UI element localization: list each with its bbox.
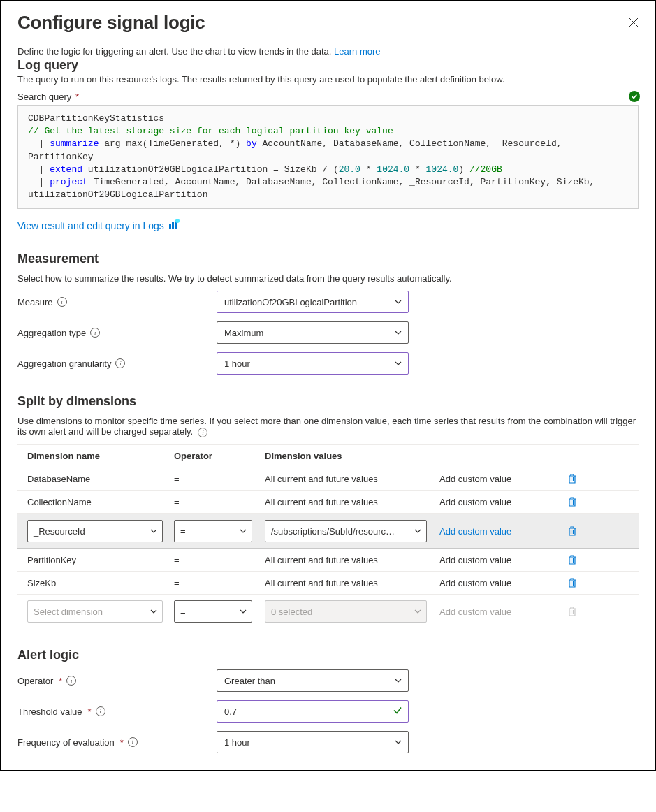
threshold-input[interactable]: 0.7 [217,700,409,723]
search-query-label-text: Search query [17,92,71,102]
dim-val: All current and future values [265,474,439,484]
info-icon[interactable]: i [96,706,105,716]
dimension-values-select[interactable]: /subscriptions/SubId/resourc… [265,520,427,542]
page-title: Configure signal logic [17,12,205,34]
view-result-link[interactable]: View result and edit query in Logs [17,220,164,231]
dimension-name-select[interactable]: Select dimension [27,600,163,623]
chevron-down-icon [414,607,422,616]
chevron-down-icon [394,298,402,306]
required-asterisk: * [120,737,124,748]
table-row: PartitionKey = All current and future va… [17,549,639,572]
svg-rect-0 [169,224,171,229]
aggregation-granularity-value: 1 hour [224,358,250,369]
add-custom-value[interactable]: Add custom value [439,526,558,537]
info-icon[interactable]: i [57,297,67,307]
table-header-row: Dimension name Operator Dimension values [17,445,639,467]
chevron-down-icon [150,527,158,535]
search-query-label: Search query * [17,92,639,102]
aggregation-type-value: Maximum [224,328,263,338]
chevron-down-icon [414,527,422,535]
intro-text-span: Define the logic for triggering an alert… [17,46,334,57]
measurement-heading: Measurement [17,252,639,266]
logs-icon [168,219,180,232]
svg-point-3 [175,219,180,223]
dim-val: All current and future values [265,578,439,588]
dim-name: SizeKb [27,578,174,588]
dim-val: /subscriptions/SubId/resourc… [271,526,395,537]
col-dimension-name: Dimension name [27,451,174,461]
dimension-values-select[interactable]: 0 selected [265,600,427,623]
add-custom-value[interactable]: Add custom value [439,555,558,565]
measurement-desc: Select how to summarize the results. We … [17,273,639,284]
search-query-input[interactable]: CDBPartitionKeyStatistics // Get the lat… [17,105,639,209]
split-desc: Use dimensions to monitor specific time … [17,416,639,437]
info-icon[interactable]: i [66,676,76,686]
aggregation-granularity-select[interactable]: 1 hour [217,352,409,375]
split-heading: Split by dimensions [17,394,639,409]
trash-icon [558,606,586,617]
required-asterisk: * [59,676,62,686]
info-icon[interactable]: i [115,358,125,368]
frequency-label: Frequency of evaluation [17,737,115,748]
table-row: _ResourceId = /subscriptions/SubId/resou… [17,514,639,549]
chevron-down-icon [150,607,158,616]
dim-op: = [174,474,265,484]
operator-select[interactable]: Greater than [217,669,409,692]
dimension-operator-select[interactable]: = [174,520,252,542]
measure-label: Measure [17,297,53,307]
trash-icon[interactable] [558,496,586,507]
add-custom-value: Add custom value [439,607,558,617]
info-icon[interactable]: i [90,328,100,338]
close-icon[interactable] [629,12,639,31]
dim-val: All current and future values [265,497,439,507]
add-custom-value[interactable]: Add custom value [439,497,558,507]
info-icon[interactable]: i [128,737,138,747]
dimension-name-select[interactable]: _ResourceId [27,520,163,542]
col-dimension-values: Dimension values [265,451,439,461]
check-icon [393,706,402,718]
add-custom-value[interactable]: Add custom value [439,578,558,588]
threshold-label: Threshold value [17,706,82,717]
svg-rect-1 [172,222,174,229]
trash-icon[interactable] [558,577,586,588]
check-circle-icon [629,91,640,102]
frequency-select[interactable]: 1 hour [217,731,409,753]
operator-label: Operator [17,676,53,686]
dim-op: = [174,555,265,565]
dim-name: _ResourceId [34,526,85,537]
intro-text: Define the logic for triggering an alert… [17,46,639,57]
operator-value: Greater than [224,676,275,686]
alert-logic-heading: Alert logic [17,648,639,662]
dim-val: 0 selected [271,607,312,617]
threshold-value: 0.7 [224,706,237,717]
aggregation-type-select[interactable]: Maximum [217,321,409,344]
table-row: SizeKb = All current and future values A… [17,572,639,595]
dim-name: PartitionKey [27,555,174,565]
chevron-down-icon [394,328,402,337]
chevron-down-icon [394,738,402,746]
trash-icon[interactable] [558,473,586,484]
table-row: CollectionName = All current and future … [17,491,639,514]
dim-op: = [174,497,265,507]
learn-more-link[interactable]: Learn more [334,46,380,57]
measure-select[interactable]: utilizationOf20GBLogicalPartition [217,291,409,313]
chevron-down-icon [239,527,247,535]
log-query-heading: Log query [17,58,639,73]
chevron-down-icon [239,607,247,616]
aggregation-type-label: Aggregation type [17,328,86,338]
dimensions-table: Dimension name Operator Dimension values… [17,444,639,628]
dim-name: CollectionName [27,497,174,507]
add-custom-value[interactable]: Add custom value [439,474,558,484]
table-row: DatabaseName = All current and future va… [17,467,639,491]
info-icon[interactable]: i [198,428,207,437]
dimension-operator-select[interactable]: = [174,600,252,623]
frequency-value: 1 hour [224,737,250,748]
split-desc-text: Use dimensions to monitor specific time … [17,416,636,437]
table-row-new: Select dimension = 0 selected Add custom… [17,595,639,628]
dim-op: = [180,526,186,537]
measure-value: utilizationOf20GBLogicalPartition [224,297,357,307]
trash-icon[interactable] [558,525,586,537]
required-asterisk: * [88,706,92,717]
dim-name: DatabaseName [27,474,174,484]
trash-icon[interactable] [558,554,586,565]
